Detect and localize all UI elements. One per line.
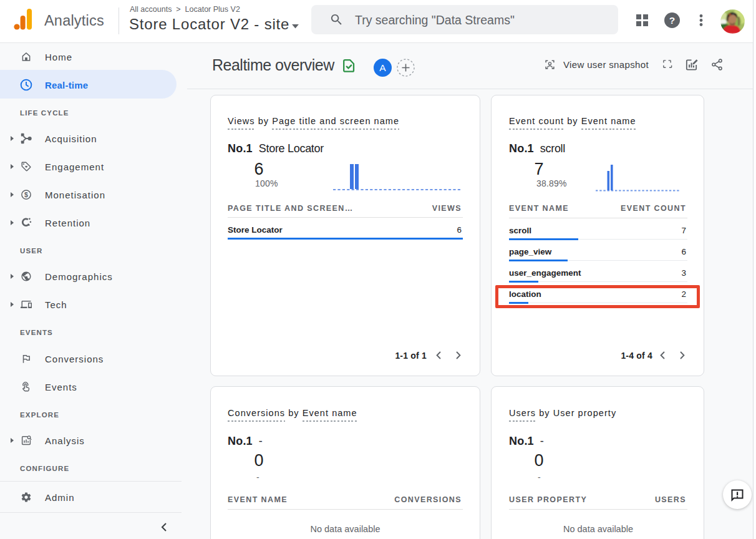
svg-text:?: ? [669, 15, 675, 26]
svg-text:A: A [379, 62, 386, 73]
svg-text:$: $ [24, 191, 28, 198]
